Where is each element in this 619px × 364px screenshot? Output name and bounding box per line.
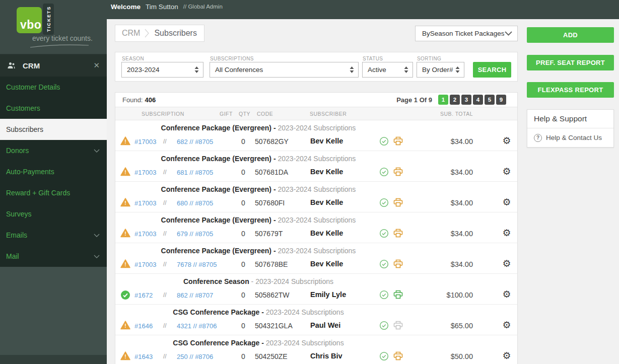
package-type-select[interactable]: BySeason Ticket Packages [415, 26, 518, 41]
sidebar-item-label: Subscribers [6, 125, 43, 133]
help-contact-link[interactable]: ? Help & Contact Us [527, 128, 613, 147]
sidebar-footer [0, 355, 107, 364]
gear-icon[interactable]: ⚙ [500, 166, 513, 177]
qty-value: 0 [237, 291, 249, 299]
subscription-ref-link[interactable]: 862 // #8707 [177, 292, 213, 299]
slash-separator: // [163, 292, 167, 299]
page-button-5[interactable]: 5 [485, 95, 495, 105]
row-status-icon: ! [120, 167, 130, 178]
page-button-2[interactable]: 2 [450, 95, 460, 105]
sorting-select[interactable]: By Order# [417, 62, 464, 78]
table-row: CSG Conference Package - 2023-2024 Subsc… [115, 305, 517, 335]
gear-icon[interactable]: ⚙ [500, 227, 513, 239]
page-button-3[interactable]: 3 [461, 95, 471, 105]
filter-panel: SEASON 2023-2024 SUBSCRIPTIONS All Confe… [115, 52, 518, 82]
subscription-title: Conference Package (Evergreen) - 2023-20… [115, 216, 401, 224]
col-gift: GIFT [220, 111, 233, 117]
slash-separator: // [163, 230, 167, 237]
flexpass-report-button[interactable]: FLEXPASS REPORT [527, 82, 614, 98]
sidebar-item-surveys[interactable]: Surveys [0, 203, 107, 225]
order-link[interactable]: #1643 [134, 353, 153, 360]
order-link[interactable]: #1672 [134, 292, 153, 299]
slash-separator: // [163, 261, 167, 268]
subscription-ref-link[interactable]: 4321 // #8706 [177, 322, 217, 330]
slash-separator: // [163, 169, 167, 176]
subscription-name: Conference Package (Evergreen) - [161, 216, 276, 224]
chevron-down-icon [505, 31, 512, 36]
sidebar-item-auto-payments[interactable]: Auto-Payments [0, 161, 107, 182]
gear-icon[interactable]: ⚙ [500, 288, 513, 300]
gear-icon[interactable]: ⚙ [500, 319, 513, 331]
table-header: SUBSCRIPTION GIFT QTY CODE SUBSCRIBER SU… [115, 107, 517, 120]
confirmed-check-icon [379, 259, 389, 270]
gear-icon[interactable]: ⚙ [500, 258, 513, 269]
sidebar-item-reward-gift-cards[interactable]: Reward + Gift Cards [0, 182, 107, 203]
breadcrumb-crm[interactable]: CRM [122, 29, 140, 38]
subscriber-name: Bev Kelle [310, 137, 343, 145]
col-subscription: SUBSCRIPTION [142, 111, 184, 117]
status-label: STATUS [363, 56, 383, 61]
subscription-ref-link[interactable]: 682 // #8705 [177, 138, 213, 145]
qty-value: 0 [237, 199, 249, 207]
warning-icon: ! [120, 136, 130, 145]
status-select[interactable]: Active [362, 62, 413, 78]
order-link[interactable]: #1646 [134, 322, 153, 330]
warning-icon: ! [120, 229, 130, 238]
qty-value: 0 [237, 230, 249, 238]
gear-icon[interactable]: ⚙ [500, 196, 513, 208]
slash-separator: // [163, 199, 167, 206]
order-link[interactable]: #17003 [134, 199, 156, 207]
pref-seat-report-button[interactable]: PREF. SEAT REPORT [527, 55, 614, 70]
subscription-ref-link[interactable]: 7678 // #8705 [177, 261, 217, 268]
order-link[interactable]: #17003 [134, 138, 156, 145]
sidebar-item-subscribers[interactable]: Subscribers [0, 119, 107, 140]
results-bar: Found: 406 Page 1 Of 9 1 2 3 4 5 9 [115, 93, 517, 107]
subtotal-value: $50.00 [397, 352, 473, 360]
close-icon[interactable]: ✕ [93, 61, 100, 70]
gear-icon[interactable]: ⚙ [500, 135, 513, 147]
add-button[interactable]: ADD [527, 27, 614, 43]
subscription-name: Conference Package (Evergreen) - [161, 124, 276, 132]
subscription-name: Conference Package (Evergreen) - [161, 155, 276, 163]
order-link[interactable]: #17003 [134, 169, 156, 176]
subscription-ref-link[interactable]: 679 // #8705 [177, 230, 213, 238]
subscription-name: Conference Package (Evergreen) - [161, 185, 276, 193]
tagline: every ticket counts. [32, 34, 93, 42]
stepper-icon [404, 66, 408, 73]
order-link[interactable]: #17003 [134, 261, 156, 268]
row-status-icon: ! [120, 321, 130, 331]
qty-value: 0 [237, 137, 249, 145]
chevron-down-icon [94, 149, 100, 153]
subscription-season: 2023-2024 Subscriptions [276, 124, 356, 132]
stepper-icon [194, 66, 199, 73]
sidebar-header-crm: CRM ✕ [0, 54, 107, 77]
subscription-title: Conference Package (Evergreen) - 2023-20… [115, 185, 401, 193]
subscriber-name: Bev Kelle [310, 260, 343, 268]
gear-icon[interactable]: ⚙ [500, 350, 513, 361]
subscription-ref-link[interactable]: 681 // #8705 [177, 169, 213, 176]
welcome-label: Welcome [111, 3, 141, 11]
success-icon [120, 290, 130, 300]
season-select[interactable]: 2023-2024 [121, 62, 203, 78]
order-link[interactable]: #17003 [134, 230, 156, 238]
vbo-logo[interactable]: vbo [17, 7, 42, 33]
subscription-season: 2023-2024 Subscriptions [264, 308, 344, 316]
page-button-9[interactable]: 9 [496, 95, 506, 105]
sidebar-item-customer-details[interactable]: Customer Details [0, 77, 107, 98]
sidebar-item-mail[interactable]: Mail [0, 246, 107, 267]
sidebar-item-donors[interactable]: Donors [0, 140, 107, 161]
page-button-1[interactable]: 1 [438, 95, 448, 105]
search-button[interactable]: SEARCH [473, 62, 511, 78]
svg-text:!: ! [124, 353, 126, 359]
sidebar-item-label: Surveys [6, 210, 32, 218]
subscription-title: Conference Package (Evergreen) - 2023-20… [115, 124, 401, 132]
help-support-title: Help & Support [527, 110, 613, 128]
sidebar-item-customers[interactable]: Customers [0, 98, 107, 119]
qty-value: 0 [237, 260, 249, 268]
subscription-ref-link[interactable]: 680 // #8705 [177, 199, 213, 207]
sidebar-item-emails[interactable]: Emails [0, 225, 107, 246]
user-name[interactable]: Tim Sutton [146, 3, 178, 11]
subscriptions-select[interactable]: All Conferences [210, 62, 359, 78]
subscription-ref-link[interactable]: 250 // #8706 [177, 353, 213, 360]
page-button-4[interactable]: 4 [473, 95, 483, 105]
